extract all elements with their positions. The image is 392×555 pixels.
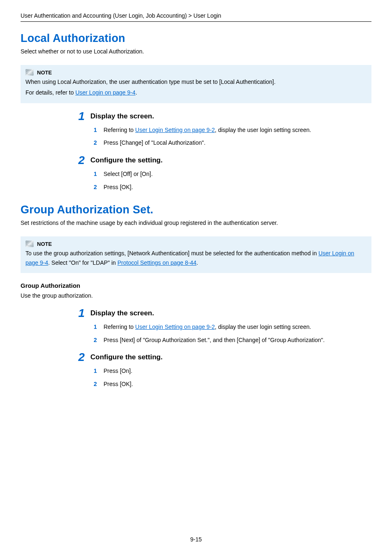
note1-line1: When using Local Authorization, the user… [25,77,367,86]
section-heading-group-authorization-set: Group Authorization Set. [21,204,371,216]
note-header: NOTE [25,240,367,247]
substep-num: 2 [94,139,99,147]
section2-subintro: Use the group authorization. [21,291,371,300]
step1-row: 1 Display the screen. [74,111,371,122]
s2-step1-title: Display the screen. [90,309,154,317]
substep-text: Press [OK]. [104,183,133,192]
step2-title: Configure the setting. [90,156,163,164]
s2-sub1-pre: Referring to [104,324,135,330]
subheader-group-authorization: Group Authorization [21,282,371,289]
s2-substep-1-1: 1 Referring to User Login Setting on pag… [94,323,371,331]
substep-num: 2 [94,336,99,345]
s2-substep-2-1: 1 Press [On]. [94,367,371,375]
page-container: User Authentication and Accounting (User… [0,0,392,555]
substep-1-1: 1 Referring to User Login Setting on pag… [94,126,371,134]
section-heading-local-authorization: Local Authorization [21,32,371,45]
step1-substeps: 1 Referring to User Login Setting on pag… [94,126,371,147]
note1-line2-pre: For details, refer to [25,89,75,96]
note-icon [25,69,34,76]
substep-2-1: 1 Select [Off] or [On]. [94,170,371,178]
s2-step2-substeps: 1 Press [On]. 2 Press [OK]. [94,367,371,388]
note2-mid: . Select "On" for "LDAP" in [48,259,118,266]
sub1-pre: Referring to [104,127,135,133]
s2-substep-2-2: 2 Press [OK]. [94,380,371,388]
step1-title: Display the screen. [90,112,154,120]
substep-num: 1 [94,170,99,178]
note-label: NOTE [37,69,52,76]
link-user-login-setting-9-2[interactable]: User Login Setting on page 9-2 [135,127,215,133]
link-user-login-9-4[interactable]: User Login on page 9-4 [75,89,135,96]
substep-num: 1 [94,126,99,134]
substep-text: Press [Change] of "Local Authorization". [104,139,205,147]
link-user-login-setting-9-2-b[interactable]: User Login Setting on page 9-2 [135,324,215,330]
s2-step2-title: Configure the setting. [90,353,163,361]
substep-num: 2 [94,183,99,192]
substep-2-2: 2 Press [OK]. [94,183,371,192]
note1-line2-post: . [136,89,137,96]
section2-intro: Set restrictions of the machine usage by… [21,219,371,227]
step2-row: 2 Configure the setting. [74,155,371,166]
step2-substeps: 1 Select [Off] or [On]. 2 Press [OK]. [94,170,371,191]
substep-text: Referring to User Login Setting on page … [104,126,311,134]
note2-pre: To use the group authorization settings,… [25,250,318,257]
section1-steps: 1 Display the screen. 1 Referring to Use… [74,111,371,191]
step2-number: 2 [74,155,85,166]
note-header: NOTE [25,69,367,76]
substep-num: 1 [94,367,99,375]
note2-post: . [196,259,198,266]
substep-text: Press [OK]. [104,380,133,388]
s2-step2-number: 2 [74,352,85,363]
s2-step1-number: 1 [74,308,85,319]
substep-text: Press [On]. [104,367,132,375]
s2-step1-substeps: 1 Referring to User Login Setting on pag… [94,323,371,344]
step1-number: 1 [74,111,85,122]
substep-text: Select [Off] or [On]. [104,170,153,178]
s2-step2-row: 2 Configure the setting. [74,352,371,363]
breadcrumb: User Authentication and Accounting (User… [21,12,371,22]
note-icon [25,240,34,247]
substep-1-2: 2 Press [Change] of "Local Authorization… [94,139,371,147]
s2-substep-1-2: 2 Press [Next] of "Group Authorization S… [94,336,371,345]
sub1-post: , display the user login setting screen. [215,127,311,133]
section1-intro: Select whether or not to use Local Autho… [21,47,371,56]
s2-step1-row: 1 Display the screen. [74,308,371,319]
note2-line1: To use the group authorization settings,… [25,249,367,267]
section2-steps: 1 Display the screen. 1 Referring to Use… [74,308,371,388]
note-box-1: NOTE When using Local Authorization, the… [21,65,371,103]
note-box-2: NOTE To use the group authorization sett… [21,236,371,273]
s2-sub1-post: , display the user login setting screen. [215,324,311,330]
link-protocol-settings-8-44[interactable]: Protocol Settings on page 8-44 [118,259,196,266]
note1-line2: For details, refer to User Login on page… [25,88,367,97]
note-label: NOTE [37,241,52,247]
substep-num: 2 [94,380,99,388]
page-number: 9-15 [0,536,392,543]
substep-text: Referring to User Login Setting on page … [104,323,311,331]
substep-text: Press [Next] of "Group Authorization Set… [104,336,325,345]
substep-num: 1 [94,323,99,331]
